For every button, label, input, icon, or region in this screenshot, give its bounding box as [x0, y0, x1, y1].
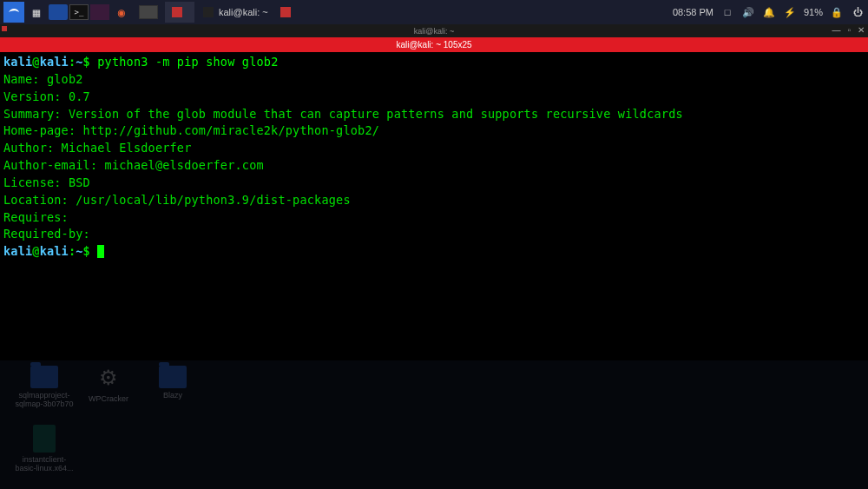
minimize-button[interactable]: —: [832, 25, 840, 35]
close-button[interactable]: ✕: [858, 25, 865, 35]
taskbar-task-1[interactable]: [165, 2, 194, 23]
desktop-icon-label: instantclient-basic-linux.x64...: [14, 456, 75, 473]
terminal-window[interactable]: kali@kali: ~ — ▫ ✕ kali@kali: ~ 105x25 k…: [0, 24, 868, 360]
window-indicator: [2, 26, 7, 31]
task-thumb-icon: [203, 7, 214, 17]
taskbar-left: ▦ >_ ◉ kali@kali: ~: [3, 2, 294, 23]
folder-icon: [159, 366, 187, 388]
terminal-output-line: License: BSD: [3, 175, 865, 192]
terminal-output-line: Location: /usr/local/lib/python3.9/dist-…: [3, 192, 865, 209]
app-launcher-icon[interactable]: ▦: [26, 2, 47, 23]
terminal-line-command: kali@kali:~$ python3 -m pip show glob2: [3, 54, 865, 71]
terminal-title-main: kali@kali: ~ 105x25: [396, 40, 471, 50]
gear-icon: ⚙: [95, 366, 122, 392]
terminal-output-line: Name: glob2: [3, 71, 865, 89]
terminal-launcher-icon[interactable]: >_: [69, 4, 89, 20]
battery-percent: 91%: [804, 7, 823, 17]
terminal-output-line: Version: 0.7: [3, 89, 865, 106]
taskbar-task-3[interactable]: [277, 2, 294, 23]
terminal-output-line: Author-email: michael@elsdoerfer.com: [3, 157, 865, 175]
kali-menu-button[interactable]: [3, 2, 24, 23]
desktop-icon-label: Blazy: [163, 392, 182, 400]
clock[interactable]: 08:58 PM: [673, 7, 713, 17]
task-thumb-icon: [280, 7, 291, 17]
workspace-1[interactable]: [139, 5, 158, 19]
folder-icon: [30, 366, 58, 388]
taskbar-task-terminal[interactable]: kali@kali: ~: [196, 2, 275, 23]
taskbar: ▦ >_ ◉ kali@kali: ~ 08:58 PM □ 🔊 🔔 ⚡ 91%…: [0, 0, 868, 24]
terminal-output-line: Summary: Version of the glob module that…: [3, 106, 865, 123]
text-editor-icon[interactable]: [90, 4, 109, 20]
terminal-output-line: Author: Michael Elsdoerfer: [3, 140, 865, 157]
virtualbox-icon[interactable]: □: [720, 5, 734, 19]
battery-icon[interactable]: ⚡: [783, 5, 797, 19]
desktop-icon-label: WPCracker: [89, 395, 128, 404]
terminal-output-line: Requires:: [3, 209, 865, 227]
terminal-body[interactable]: kali@kali:~$ python3 -m pip show glob2 N…: [0, 52, 868, 262]
archive-icon: [33, 425, 56, 453]
desktop-icon[interactable]: instantclient-basic-linux.x64...: [14, 425, 75, 473]
terminal-line-prompt: kali@kali:~$: [3, 243, 865, 261]
terminal-titlebar-inner[interactable]: kali@kali: ~ 105x25: [0, 37, 868, 52]
power-icon[interactable]: ⏻: [851, 5, 865, 19]
workspace-switcher[interactable]: [139, 5, 158, 19]
lock-icon[interactable]: 🔒: [830, 5, 844, 19]
terminal-output-line: Required-by:: [3, 226, 865, 243]
desktop-icon[interactable]: sqlmapproject-sqlmap-3b07b70: [14, 366, 75, 409]
burp-icon[interactable]: ◉: [111, 2, 132, 23]
task-thumb-icon: [172, 7, 182, 17]
maximize-button[interactable]: ▫: [847, 25, 851, 35]
cursor: [97, 245, 104, 258]
notifications-icon[interactable]: 🔔: [762, 5, 776, 19]
terminal-title-small: kali@kali: ~: [414, 27, 454, 36]
desktop-icon[interactable]: Blazy: [142, 366, 203, 409]
volume-icon[interactable]: 🔊: [741, 5, 755, 19]
terminal-output: Name: glob2Version: 0.7Summary: Version …: [3, 71, 865, 243]
terminal-titlebar-outer[interactable]: kali@kali: ~ — ▫ ✕: [0, 24, 868, 37]
taskbar-right: 08:58 PM □ 🔊 🔔 ⚡ 91% 🔒 ⏻: [673, 5, 865, 19]
desktop-icon-label: sqlmapproject-sqlmap-3b07b70: [14, 392, 75, 409]
desktop-icon[interactable]: ⚙WPCracker: [78, 366, 139, 409]
files-icon[interactable]: [49, 4, 68, 20]
terminal-output-line: Home-page: http://github.com/miracle2k/p…: [3, 122, 865, 140]
